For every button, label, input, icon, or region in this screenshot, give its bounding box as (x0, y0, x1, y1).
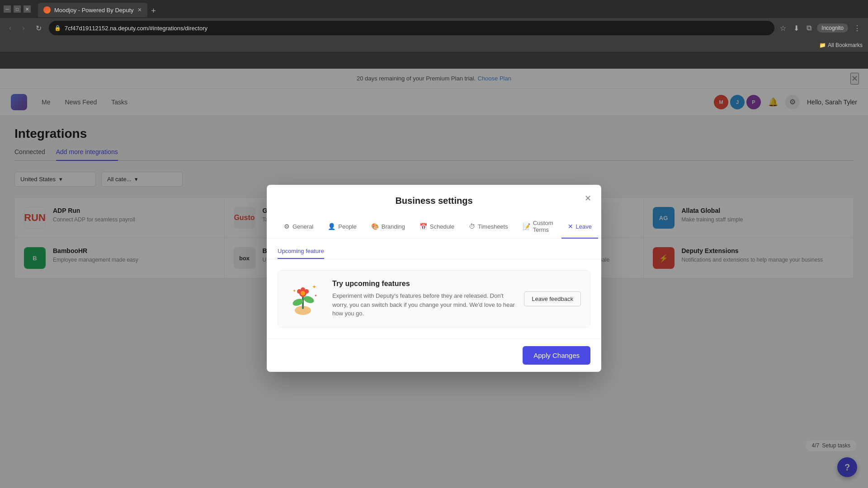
modal-body: ✦ ✦ ✦ Try upcoming features Experiment w… (267, 259, 601, 338)
feature-text: Try upcoming features Experiment with De… (332, 280, 515, 318)
apply-changes-button[interactable]: Apply Changes (523, 346, 590, 365)
modal-title: Business settings (278, 196, 590, 206)
tab-schedule[interactable]: 📅 Schedule (413, 215, 461, 239)
feature-desc: Experiment with Deputy's features before… (332, 291, 515, 318)
address-text: 7cf47d19112152.na.deputy.com/#integratio… (65, 25, 208, 32)
new-tab-button[interactable]: + (147, 5, 160, 17)
modal-subtab-bar: Upcoming feature (267, 239, 601, 259)
tab-custom-terms[interactable]: 📝 Custom Terms (516, 215, 560, 239)
feature-card: ✦ ✦ ✦ Try upcoming features Experiment w… (278, 270, 590, 328)
minimize-button[interactable]: ─ (4, 5, 11, 13)
tab-close-icon[interactable]: ✕ (137, 7, 142, 13)
nav-bar: ‹ › ↻ 🔒 7cf47d19112152.na.deputy.com/#in… (0, 18, 868, 38)
leave-feedback-button[interactable]: Leave feedback (524, 291, 581, 306)
forward-button[interactable]: › (19, 22, 28, 34)
custom-terms-icon: 📝 (523, 223, 530, 230)
window-controls: ─ □ ✕ (4, 5, 31, 13)
schedule-icon: 📅 (420, 223, 427, 230)
tab-favicon (43, 6, 51, 14)
download-button[interactable]: ⬇ (792, 22, 801, 34)
tab-general[interactable]: ⚙ General (278, 215, 320, 239)
modal-backdrop: Business settings ✕ ⚙ General 👤 People 🎨… (0, 69, 868, 488)
modal-header: Business settings ✕ (267, 185, 601, 206)
svg-text:✦: ✦ (292, 288, 296, 293)
nav-actions: ☆ ⬇ ⧉ Incognito ⋮ (778, 22, 863, 34)
timesheets-icon: ⏱ (469, 223, 475, 230)
general-icon: ⚙ (284, 223, 290, 230)
address-bar[interactable]: 🔒 7cf47d19112152.na.deputy.com/#integrat… (49, 21, 775, 35)
extensions-button[interactable]: ⧉ (805, 22, 813, 34)
bookmarks-bar: 📁 All Bookmarks (0, 38, 868, 52)
svg-text:✦: ✦ (314, 294, 317, 298)
tab-branding[interactable]: 🎨 Branding (365, 215, 411, 239)
leave-icon: ✕ (568, 223, 573, 230)
browser-title-bar: ─ □ ✕ Moodjoy - Powered By Deputy ✕ + (0, 0, 868, 18)
svg-point-8 (301, 291, 305, 296)
bookmarks-folder-icon: 📁 (819, 42, 826, 48)
lock-icon: 🔒 (54, 25, 61, 31)
back-button[interactable]: ‹ (5, 22, 15, 34)
modal-tabs: ⚙ General 👤 People 🎨 Branding 📅 Schedule… (267, 215, 601, 239)
tab-people[interactable]: 👤 People (321, 215, 363, 239)
feature-illustration: ✦ ✦ ✦ (287, 280, 323, 316)
svg-text:✦: ✦ (312, 284, 316, 290)
tab-timesheets[interactable]: ⏱ Timesheets (462, 215, 514, 239)
tab-title: Moodjoy - Powered By Deputy (54, 7, 134, 14)
bookmarks-all-button[interactable]: 📁 All Bookmarks (819, 42, 863, 48)
incognito-badge: Incognito (817, 23, 848, 33)
subtab-upcoming-feature[interactable]: Upcoming feature (278, 244, 324, 259)
business-settings-modal: Business settings ✕ ⚙ General 👤 People 🎨… (267, 185, 601, 372)
menu-button[interactable]: ⋮ (852, 22, 863, 34)
modal-footer: Apply Changes (267, 338, 601, 372)
branding-icon: 🎨 (371, 223, 379, 230)
tab-leave[interactable]: ✕ Leave (561, 215, 598, 239)
feature-title: Try upcoming features (332, 280, 515, 288)
browser-tab[interactable]: Moodjoy - Powered By Deputy ✕ (38, 3, 147, 17)
close-button[interactable]: ✕ (24, 5, 31, 13)
star-button[interactable]: ☆ (778, 22, 788, 34)
modal-close-button[interactable]: ✕ (581, 192, 594, 205)
maximize-button[interactable]: □ (14, 5, 21, 13)
people-icon: 👤 (328, 223, 335, 230)
refresh-button[interactable]: ↻ (32, 22, 45, 34)
